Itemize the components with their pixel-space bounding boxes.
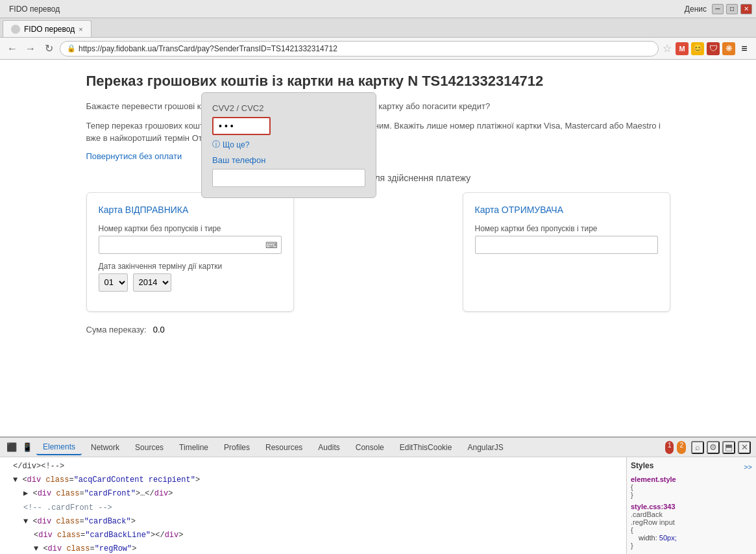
title-bar: FIDO перевод Денис ─ □ ✕: [0, 0, 756, 18]
window-controls: ─ □ ✕: [712, 4, 752, 14]
cvv-input[interactable]: [212, 117, 271, 135]
code-line-6: <div class="cardBackLine"></div>: [0, 529, 626, 542]
cards-container: Карта ВІДПРАВНИКА Номер картки без пропу…: [86, 192, 670, 312]
maximize-button[interactable]: □: [726, 4, 738, 14]
cvv-help-row: ⓘ Що це?: [212, 139, 365, 150]
tab-title: FIDO перевод: [24, 25, 75, 34]
browser-tab[interactable]: FIDO перевод ×: [3, 20, 91, 37]
cvv-label: CVV2 / CVC2: [212, 103, 365, 113]
styles-filter[interactable]: >>: [744, 463, 752, 471]
recipient-card-panel: Карта ОТРИМУВАЧА Номер картки без пропус…: [463, 192, 670, 312]
sender-card-number-input-wrapper: ⌨: [99, 236, 282, 254]
sender-card-title: Карта ВІДПРАВНИКА: [99, 205, 282, 215]
back-button[interactable]: ←: [5, 42, 19, 56]
tab-editthiscookie[interactable]: EditThisCookie: [393, 440, 459, 455]
page-inner: Переказ грошових коштів із картки на кар…: [86, 60, 670, 347]
favicon-icon: [11, 25, 20, 34]
tab-console[interactable]: Console: [349, 440, 391, 455]
amount-label: Сума переказу:: [86, 325, 147, 334]
cvv-panel: CVV2 / CVC2 ⓘ Що це? Ваш телефон: [201, 92, 376, 198]
styles-header-row: Styles >>: [631, 461, 752, 473]
adblock-icon[interactable]: 🛡: [707, 42, 720, 55]
emoji-icon[interactable]: 😊: [691, 42, 704, 55]
url-text: https://pay.fidobank.ua/TransCard/pay?Se…: [79, 44, 337, 53]
url-bar[interactable]: 🔒 https://pay.fidobank.ua/TransCard/pay?…: [60, 41, 659, 57]
styles-header: Styles: [631, 461, 653, 470]
sender-date-label: Дата закінчення терміну дії картки: [99, 262, 282, 271]
year-select[interactable]: 2014: [133, 273, 171, 292]
sender-date-field: Дата закінчення терміну дії картки 01 20…: [99, 262, 282, 292]
error-badge: 1: [665, 441, 674, 454]
tab-sources[interactable]: Sources: [128, 440, 170, 455]
devtools-settings-button[interactable]: ⚙: [707, 441, 720, 454]
lock-icon: 🔒: [67, 44, 76, 53]
page-title: Переказ грошових коштів із картки на кар…: [86, 73, 670, 90]
page-desc-1: Бажаєте перевести грошові кошти близьким…: [86, 100, 670, 113]
sender-card-number-input[interactable]: [99, 236, 282, 254]
tab-timeline[interactable]: Timeline: [173, 440, 215, 455]
recipient-card-number-input[interactable]: [475, 236, 658, 254]
sender-card-number-label: Номер картки без пропусків і тире: [99, 224, 282, 233]
devtools-icons: 1 2 ⌕ ⚙ ⬒ ✕: [665, 441, 751, 454]
month-select[interactable]: 01: [99, 273, 128, 292]
styles-panel: element.style { } style.css:343 .cardBac…: [631, 475, 752, 549]
devtools-dock-button[interactable]: ⬒: [722, 441, 735, 454]
extension-icon[interactable]: ❋: [722, 42, 735, 55]
tab-bar: FIDO перевод ×: [0, 18, 756, 38]
devtools-content: </div><!--> ▼ <div class="acqCardContent…: [0, 457, 756, 554]
recipient-card-number-input-wrapper: [475, 236, 658, 254]
style-selector-element: element.style: [631, 475, 752, 483]
tab-close-button[interactable]: ×: [79, 25, 82, 33]
style-rule-regrow-selector: .regRow input: [631, 518, 752, 526]
gmail-icon[interactable]: M: [676, 42, 689, 55]
recipient-card-title: Карта ОТРИМУВАЧА: [475, 205, 658, 215]
style-rule-cardback-selector: .cardBack: [631, 510, 752, 518]
cvv-help-link[interactable]: Що це?: [223, 140, 249, 149]
toolbar-icons: M 😊 🛡 ❋ ≡: [676, 42, 751, 55]
devtools-code-view[interactable]: </div><!--> ▼ <div class="acqCardContent…: [0, 457, 626, 554]
amount-value: 0.0: [153, 325, 165, 334]
phone-link[interactable]: Ваш телефон: [212, 155, 365, 165]
close-button[interactable]: ✕: [740, 4, 752, 14]
style-brace-close: }: [631, 491, 752, 499]
reload-button[interactable]: ↻: [42, 42, 56, 56]
bookmark-button[interactable]: ☆: [663, 42, 672, 55]
devtools-main: </div><!--> ▼ <div class="acqCardContent…: [0, 457, 626, 554]
window-title: FIDO перевод: [9, 5, 60, 14]
devtools-close-button[interactable]: ✕: [738, 441, 751, 454]
back-link[interactable]: Повернутися без оплати: [86, 151, 182, 161]
code-line-7: ▼ <div class="regRow">: [0, 542, 626, 554]
sender-card-panel: Карта ВІДПРАВНИКА Номер картки без пропу…: [86, 192, 294, 312]
minimize-button[interactable]: ─: [712, 4, 724, 14]
recipient-card-number-field: Номер картки без пропусків і тире: [475, 224, 658, 254]
section-title: Введіть дані картки для здійснення плате…: [86, 173, 670, 183]
devtools-sidebar: Styles >> element.style { } style.css:34…: [626, 457, 756, 554]
forward-button[interactable]: →: [23, 42, 38, 56]
tab-profiles[interactable]: Profiles: [217, 440, 256, 455]
devtools-mobile-button[interactable]: 📱: [21, 441, 34, 454]
style-source-css343: style.css:343: [631, 503, 752, 510]
devtools-panel: ⬛ 📱 Elements Network Sources Timeline Pr…: [0, 436, 756, 554]
code-line-4: <!-- .cardFront -->: [0, 501, 626, 515]
devtools-toolbar: ⬛ 📱 Elements Network Sources Timeline Pr…: [0, 438, 756, 457]
tab-network[interactable]: Network: [84, 440, 126, 455]
page-desc-2: Тепер переказ грошових коштів поміж карт…: [86, 120, 670, 145]
phone-input[interactable]: [212, 169, 365, 187]
tab-angularjs[interactable]: AngularJS: [461, 440, 509, 455]
sender-card-number-field: Номер картки без пропусків і тире ⌨: [99, 224, 282, 254]
code-line-3: ▶ <div class="cardFront">…</div>: [0, 487, 626, 501]
menu-button[interactable]: ≡: [738, 42, 751, 55]
page-content: Переказ грошових коштів із картки на кар…: [0, 60, 756, 436]
date-row: 01 2014: [99, 273, 282, 292]
keyboard-icon: ⌨: [265, 240, 278, 249]
tab-elements[interactable]: Elements: [36, 440, 82, 455]
code-line-5: ▼ <div class="cardBack">: [0, 515, 626, 529]
style-rule-brace-close: }: [631, 542, 752, 549]
devtools-search-button[interactable]: ⌕: [691, 441, 704, 454]
code-line-1: </div><!-->: [0, 460, 626, 473]
tab-audits[interactable]: Audits: [311, 440, 346, 455]
amount-row: Сума переказу: 0.0: [86, 325, 670, 334]
tab-resources[interactable]: Resources: [259, 440, 309, 455]
style-rule-element: element.style { }: [631, 475, 752, 499]
devtools-pointer-button[interactable]: ⬛: [5, 441, 18, 454]
